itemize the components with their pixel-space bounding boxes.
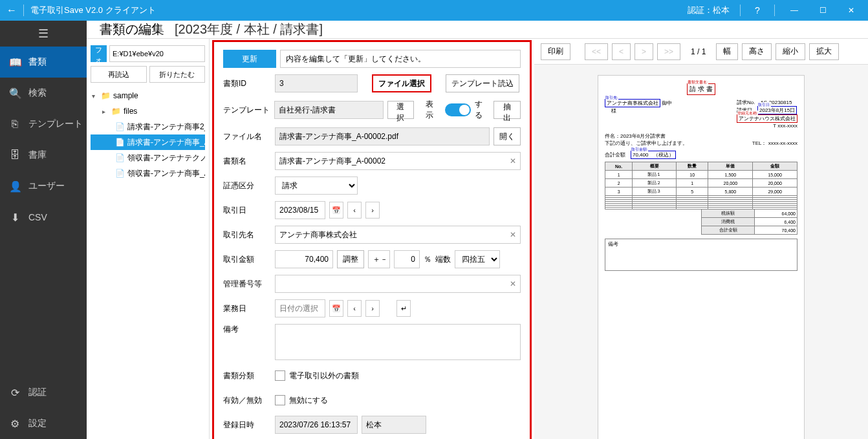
doc-table: No.概要数量単価金額1製品１101,50015,0002製品２120,0002… <box>605 162 797 209</box>
maximize-button[interactable]: ☐ <box>808 6 837 15</box>
nav-label: ユーザー <box>28 180 65 192</box>
evidence-select[interactable]: 請求 <box>275 177 358 195</box>
app-title: 電子取引Save V2.0 クライアント <box>27 5 688 16</box>
nav-settings[interactable]: ⚙設定 <box>0 408 87 439</box>
file-item[interactable]: 📄請求書-アンテナ商事2_... <box>91 119 205 134</box>
display-toggle[interactable] <box>445 103 471 116</box>
page-last-button[interactable]: >> <box>657 43 680 60</box>
file-select-button[interactable]: ファイル選択 <box>372 74 431 92</box>
classification-text: 電子取引以外の書類 <box>289 370 359 381</box>
page-next-button[interactable]: > <box>635 43 653 60</box>
adjust-value[interactable] <box>394 250 420 268</box>
date-prev-button[interactable]: ‹ <box>347 300 362 317</box>
page-header: 書類の編集 [2023年度 / 本社 / 請求書] <box>87 21 868 38</box>
folder-item[interactable]: ▸📁files <box>91 103 205 119</box>
page-indicator: 1 / 1 <box>684 47 712 56</box>
nav-auth[interactable]: ⟳認証 <box>0 377 87 408</box>
minimize-button[interactable]: — <box>780 6 808 15</box>
nav-csv[interactable]: ⬇CSV <box>0 202 87 233</box>
auth-user: 認証：松本 <box>688 5 730 16</box>
doc-partner: アンテナ商事株式会社 <box>605 99 660 107</box>
template-select-button[interactable]: 選択 <box>387 101 415 119</box>
page-prev-button[interactable]: < <box>612 43 631 60</box>
partner-input[interactable]: アンテナ商事株式会社 <box>275 226 521 244</box>
collapse-button[interactable]: 折りたたむ <box>149 66 206 83</box>
nav-search[interactable]: 🔍検索 <box>0 78 87 109</box>
template-load-button[interactable]: テンプレート読込 <box>446 74 519 92</box>
enable-checkbox[interactable] <box>275 395 285 405</box>
update-button[interactable]: 更新 <box>223 50 276 68</box>
edit-form: 更新 内容を編集して「更新」してください。 書類ID ファイル選択 テンプレート… <box>212 40 532 439</box>
preview-viewport[interactable]: 請 求 書 アンテナ商事株式会社 御中 xx 様 請求No. AS-202308… <box>534 65 868 439</box>
doc-totals: 税抜額64,000消費税6,400合計金額70,400 <box>701 209 797 235</box>
page-first-button[interactable]: << <box>585 43 608 60</box>
preview-toolbar: 印刷 << < > >> 1 / 1 幅 高さ 縮小 拡大 <box>534 39 868 65</box>
doc-subject: 2023年8月分請求書 <box>620 133 666 139</box>
nav-label: テンプレート <box>28 118 83 130</box>
hamburger-icon[interactable]: ☰ <box>0 21 87 47</box>
doc-date: 2023年8月15日 <box>757 106 797 114</box>
doc-tel: TEL： xxxx-xx-xxxx <box>752 140 797 147</box>
created-by-input <box>362 416 426 434</box>
file-item[interactable]: 📄領収書-アンテナ商事_A... <box>91 166 205 181</box>
percent-label: ％ <box>424 254 431 265</box>
docname-input[interactable]: 請求書-アンテナ商事_A-00002 <box>275 152 521 170</box>
doc-tno: T xxx-xxxx <box>773 123 797 129</box>
nav-label: CSV <box>28 212 47 222</box>
nav-archive[interactable]: 🗄書庫 <box>0 140 87 171</box>
template-icon: ⎘ <box>9 118 21 130</box>
classification-checkbox[interactable] <box>275 370 285 381</box>
user-icon: 👤 <box>9 180 21 193</box>
folder-item[interactable]: ▾📁sample <box>91 88 205 103</box>
open-button[interactable]: 開く <box>494 127 521 145</box>
folder-path-input[interactable] <box>109 45 205 62</box>
adjust-sign[interactable] <box>368 250 390 268</box>
calendar-icon[interactable]: 📅 <box>329 202 343 219</box>
nav-label: 書庫 <box>28 149 47 161</box>
help-icon[interactable]: ? <box>746 5 769 16</box>
nav-documents[interactable]: 📖書類 <box>0 47 87 78</box>
fit-height-button[interactable]: 高さ <box>742 43 772 60</box>
zoom-out-button[interactable]: 縮小 <box>776 43 805 60</box>
return-icon[interactable]: ↵ <box>396 300 411 317</box>
date-next-button[interactable]: › <box>365 202 380 219</box>
nav-label: 設定 <box>28 418 47 429</box>
sidebar: ☰ 📖書類 🔍検索 ⎘テンプレート 🗄書庫 👤ユーザー ⬇CSV ⟳認証 ⚙設定 <box>0 21 87 439</box>
close-button[interactable]: ✕ <box>837 6 865 15</box>
template-input <box>274 101 383 119</box>
doc-to1: 御中 <box>662 100 672 106</box>
bizdate-input[interactable] <box>275 299 325 317</box>
print-button[interactable]: 印刷 <box>541 43 570 60</box>
folder-select-button[interactable]: フォルダ選択 <box>91 45 107 62</box>
doc-id-input <box>275 74 358 92</box>
date-prev-button[interactable]: ‹ <box>347 202 362 219</box>
reload-button[interactable]: 再読込 <box>91 66 147 83</box>
date-next-button[interactable]: › <box>365 300 380 317</box>
label-txdate: 取引日 <box>223 205 271 216</box>
file-item[interactable]: 📄請求書-アンテナ商事_A... <box>91 134 205 150</box>
zoom-in-button[interactable]: 拡大 <box>809 43 839 60</box>
mgmtno-input[interactable] <box>275 275 521 293</box>
enable-text: 無効にする <box>289 395 328 406</box>
file-item[interactable]: 📄領収書-アンテナテクノロ... <box>91 150 205 166</box>
notes-input[interactable] <box>275 324 521 360</box>
created-input <box>275 416 358 434</box>
back-button[interactable]: ← <box>3 5 21 16</box>
separator <box>774 5 775 16</box>
titlebar: ← 電子取引Save V2.0 クライアント 認証：松本 ? — ☐ ✕ <box>0 0 868 21</box>
fit-width-button[interactable]: 幅 <box>716 43 738 60</box>
round-select[interactable]: 四捨五入 <box>455 250 500 268</box>
separator <box>740 5 741 16</box>
extract-button[interactable]: 抽出 <box>494 101 521 119</box>
nav-users[interactable]: 👤ユーザー <box>0 171 87 202</box>
nav-template[interactable]: ⎘テンプレート <box>0 109 87 140</box>
label-amount: 取引金額 <box>223 254 271 265</box>
amount-input[interactable] <box>275 250 333 268</box>
calendar-icon[interactable]: 📅 <box>329 300 343 317</box>
txdate-input[interactable] <box>275 201 325 219</box>
breadcrumb: [2023年度 / 本社 / 請求書] <box>175 21 323 38</box>
adjust-button[interactable]: 調整 <box>337 250 364 268</box>
label-created: 登録日時 <box>223 420 271 431</box>
nav-label: 検索 <box>28 87 47 99</box>
label-partner: 取引先名 <box>223 230 271 241</box>
